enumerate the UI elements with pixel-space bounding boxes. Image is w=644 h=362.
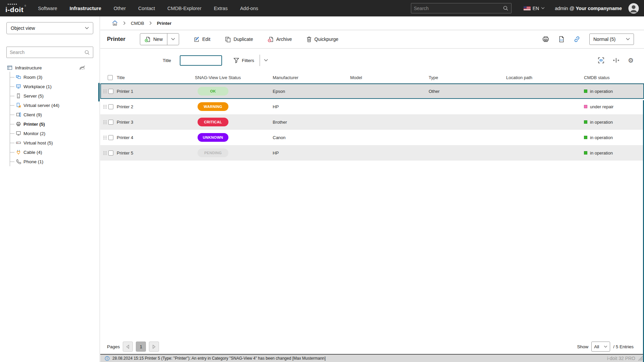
- filters-button[interactable]: Filters: [233, 58, 254, 63]
- logo-dots-decoration: [8, 4, 9, 5]
- tree-root-infrastructure[interactable]: Infrastructure: [7, 64, 100, 72]
- language-selector[interactable]: EN: [524, 6, 545, 11]
- select-all-checkbox[interactable]: [108, 75, 113, 80]
- column-header-model[interactable]: Model: [350, 75, 429, 80]
- avatar[interactable]: [628, 3, 639, 14]
- table-row[interactable]: Printer 4UNKNOWNCanonin operation: [100, 130, 644, 145]
- user-info[interactable]: admin @ Your companyname: [555, 6, 622, 11]
- tree-item-phone[interactable]: Phone (1): [10, 157, 100, 166]
- chevron-down-icon: [85, 27, 89, 29]
- workplace-icon: [16, 84, 21, 89]
- link-icon[interactable]: [574, 36, 580, 43]
- nav-item-other[interactable]: Other: [114, 6, 126, 11]
- prev-page-button[interactable]: [123, 342, 133, 352]
- tree-item-server[interactable]: Server (5): [10, 91, 100, 101]
- object-tree: Infrastructure Room (3)Workplace (1)Serv…: [7, 64, 100, 166]
- row-checkbox[interactable]: [108, 89, 113, 94]
- nav-item-cmdb-explorer[interactable]: CMDB-Explorer: [167, 6, 202, 11]
- sidebar-search-input[interactable]: [10, 50, 84, 55]
- version-watermark: i-doit 32 PRO: [607, 356, 635, 361]
- table-row[interactable]: Printer 5PENDINGHPin operation: [100, 145, 644, 161]
- cell-title: Printer 1: [117, 89, 195, 94]
- duplicate-button[interactable]: Duplicate: [225, 36, 253, 43]
- new-button[interactable]: New: [140, 34, 167, 45]
- new-dropdown-button[interactable]: [167, 34, 179, 45]
- status-badge: PENDING: [198, 148, 228, 157]
- breadcrumb-cmdb[interactable]: CMDB: [131, 21, 144, 26]
- nav-item-extras[interactable]: Extras: [214, 6, 228, 11]
- print-icon[interactable]: [542, 36, 549, 42]
- row-checkbox[interactable]: [108, 135, 113, 140]
- nav-item-infrastructure[interactable]: Infrastructure: [70, 6, 101, 11]
- tree-item-client[interactable]: Client (9): [10, 110, 100, 119]
- home-icon[interactable]: [112, 20, 118, 26]
- row-select-cell: [100, 104, 117, 109]
- global-search-input[interactable]: [414, 6, 503, 11]
- sidebar-scrollbar-thumb[interactable]: [98, 83, 100, 102]
- cmdb-status-text: in operation: [590, 150, 613, 156]
- nav-item-contact[interactable]: Contact: [138, 6, 155, 11]
- drag-handle-icon[interactable]: [103, 135, 107, 140]
- tree-item-cable[interactable]: Cable (4): [10, 147, 100, 157]
- column-header-location-path[interactable]: Location path: [506, 75, 584, 80]
- column-header-title[interactable]: Title: [117, 75, 195, 80]
- row-checkbox[interactable]: [108, 104, 113, 109]
- svg-text:csv: csv: [559, 39, 563, 41]
- object-view-select[interactable]: Object view: [6, 22, 93, 34]
- nav-item-software[interactable]: Software: [38, 6, 57, 11]
- chevron-down-icon[interactable]: [264, 59, 268, 62]
- drag-handle-icon[interactable]: [103, 151, 107, 155]
- tree-item-monitor[interactable]: Monitor (2): [10, 129, 100, 138]
- column-resize-icon[interactable]: [613, 58, 620, 63]
- nav-item-add-ons[interactable]: Add-ons: [240, 6, 258, 11]
- idoit-logo[interactable]: i-doit ®: [5, 3, 23, 14]
- drag-handle-icon[interactable]: [103, 89, 107, 94]
- tree-item-label: Virtual host (5): [23, 140, 53, 145]
- view-mode-select[interactable]: Normal (5): [589, 34, 634, 45]
- tree-item-room[interactable]: Room (3): [10, 72, 100, 82]
- edit-button[interactable]: Edit: [194, 36, 210, 43]
- cell-title: Printer 2: [117, 104, 195, 109]
- tree-item-label: Workplace (1): [23, 84, 52, 89]
- status-message: 28.08.2024 15:15 Printer 5 (Type: "Print…: [112, 356, 326, 361]
- table-row[interactable]: Printer 3CRITICALBrotherin operation: [100, 114, 644, 130]
- archive-icon: [268, 36, 274, 43]
- eye-slash-icon[interactable]: [79, 65, 86, 70]
- tree-item-workplace[interactable]: Workplace (1): [10, 82, 100, 91]
- fullscreen-icon[interactable]: [598, 57, 604, 64]
- column-header-cmdb-status[interactable]: CMDB status: [584, 75, 644, 80]
- search-icon[interactable]: [84, 50, 90, 55]
- quickpurge-button[interactable]: Quickpurge: [306, 36, 338, 43]
- us-flag-icon: [524, 6, 531, 10]
- row-checkbox[interactable]: [108, 120, 113, 125]
- search-icon[interactable]: [503, 5, 508, 11]
- cell-title: Printer 3: [117, 120, 195, 125]
- funnel-icon: [233, 58, 239, 63]
- table-row[interactable]: Printer 1OKEpsonOtherin operation: [100, 83, 644, 99]
- cmdb-status-text: under repair: [590, 104, 613, 109]
- next-page-button[interactable]: [149, 342, 159, 352]
- show-select[interactable]: All: [591, 342, 610, 352]
- archive-button[interactable]: Archive: [268, 36, 292, 43]
- table-row[interactable]: Printer 2WARNINGHPunder repair: [100, 99, 644, 114]
- column-header-type[interactable]: Type: [429, 75, 506, 80]
- title-filter-input[interactable]: [180, 55, 222, 66]
- cell-manufacturer: Epson: [273, 89, 350, 94]
- page-1-button[interactable]: 1: [136, 342, 146, 352]
- column-header-manufacturer[interactable]: Manufacturer: [273, 75, 350, 80]
- gear-icon[interactable]: ⚙: [628, 57, 634, 64]
- row-checkbox[interactable]: [108, 150, 113, 156]
- csv-export-icon[interactable]: csv: [558, 36, 565, 43]
- client-icon: [16, 112, 21, 117]
- drag-handle-icon[interactable]: [103, 105, 107, 109]
- cmdb-status-square: [584, 105, 587, 108]
- column-header-snag-view-live-status[interactable]: SNAG-View Live Status: [195, 75, 273, 80]
- status-badge: CRITICAL: [198, 118, 228, 126]
- sidebar: Object view Infrastructure Room (3)Workp…: [0, 16, 100, 362]
- tree-item-virtual-server[interactable]: Virtual server (44): [10, 101, 100, 110]
- tree-item-printer[interactable]: Printer (5): [10, 119, 100, 129]
- page-title: Printer: [107, 36, 133, 43]
- drag-handle-icon[interactable]: [103, 120, 107, 124]
- status-badge: WARNING: [198, 102, 228, 111]
- tree-item-virtual-host[interactable]: Virtual host (5): [10, 138, 100, 147]
